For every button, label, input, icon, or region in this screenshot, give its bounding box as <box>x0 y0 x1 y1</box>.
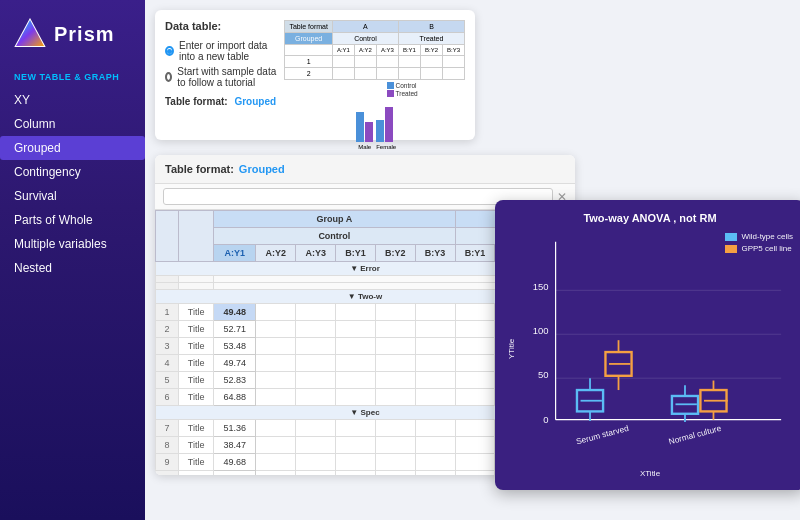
table-cell-by1b[interactable] <box>455 355 495 372</box>
table-cell-ay2[interactable] <box>256 454 296 471</box>
svg-text:150: 150 <box>533 281 549 292</box>
table-cell-by1b[interactable] <box>455 420 495 437</box>
table-cell-ay1[interactable]: 38.47 <box>214 437 256 454</box>
table-cell-ay2[interactable] <box>256 338 296 355</box>
table-cell-ay1[interactable]: 52.83 <box>214 372 256 389</box>
table-cell-ay3[interactable] <box>296 304 336 321</box>
table-cell-ay1[interactable]: 53.10 <box>214 471 256 476</box>
sidebar-item-grouped[interactable]: Grouped <box>0 136 145 160</box>
table-cell-by1b[interactable] <box>455 304 495 321</box>
table-cell-by3[interactable] <box>415 338 455 355</box>
table-cell-by2[interactable] <box>375 338 415 355</box>
table-cell-ay3[interactable] <box>296 338 336 355</box>
table-cell-by3[interactable] <box>415 321 455 338</box>
table-cell-ay3[interactable] <box>296 454 336 471</box>
table-cell-ay3[interactable] <box>296 321 336 338</box>
table-cell-by3[interactable] <box>415 389 455 406</box>
table-cell-by1[interactable] <box>336 471 376 476</box>
table-row-title: Title <box>179 437 214 454</box>
table-cell-ay3[interactable] <box>296 437 336 454</box>
table-cell-by1[interactable] <box>336 437 376 454</box>
table-cell-by1[interactable] <box>336 304 376 321</box>
grouped-label: Grouped <box>234 96 276 107</box>
table-cell-ay2[interactable] <box>256 389 296 406</box>
table-cell-by3[interactable] <box>415 454 455 471</box>
table-cell-by2[interactable] <box>375 355 415 372</box>
table-cell-by2[interactable] <box>375 321 415 338</box>
radio-new-table[interactable]: Enter or import data into a new table <box>165 40 276 62</box>
table-cell-by1b[interactable] <box>455 471 495 476</box>
table-cell-ay1[interactable]: 51.36 <box>214 420 256 437</box>
table-cell-ay2[interactable] <box>256 437 296 454</box>
table-cell-ay2[interactable] <box>256 304 296 321</box>
sidebar-item-parts-of-whole[interactable]: Parts of Whole <box>0 208 145 232</box>
table-cell-by1[interactable] <box>336 389 376 406</box>
radio-dot-2 <box>165 72 172 82</box>
table-cell-ay3[interactable] <box>296 372 336 389</box>
table-input-num <box>156 276 179 283</box>
table-cell-ay1[interactable]: 64.88 <box>214 389 256 406</box>
sidebar-item-xy[interactable]: XY <box>0 88 145 112</box>
table-cell-by2[interactable] <box>375 454 415 471</box>
y-axis-label: YTitle <box>507 232 516 465</box>
table-cell-by3[interactable] <box>415 437 455 454</box>
table-cell-by3[interactable] <box>415 355 455 372</box>
table-cell-ay3[interactable] <box>296 471 336 476</box>
filter-input[interactable] <box>163 188 553 205</box>
sidebar-item-nested[interactable]: Nested <box>0 256 145 280</box>
sidebar-item-column[interactable]: Column <box>0 112 145 136</box>
table-cell-by2[interactable] <box>375 420 415 437</box>
table-cell-by3[interactable] <box>415 372 455 389</box>
table-cell-ay2[interactable] <box>256 321 296 338</box>
table-cell-ay2[interactable] <box>256 355 296 372</box>
table-cell-ay1[interactable]: 49.48 <box>214 304 256 321</box>
table-cell-ay2[interactable] <box>256 420 296 437</box>
table-cell-by3[interactable] <box>415 471 455 476</box>
table-cell-by1[interactable] <box>336 372 376 389</box>
sidebar-item-survival[interactable]: Survival <box>0 184 145 208</box>
table-cell-ay1[interactable]: 52.71 <box>214 321 256 338</box>
table-cell-by3[interactable] <box>415 420 455 437</box>
table-cell-by1b[interactable] <box>455 454 495 471</box>
radio-sample-data[interactable]: Start with sample data to follow a tutor… <box>165 66 276 88</box>
card-data-table-options: Data table: Enter or import data into a … <box>155 10 475 140</box>
table-cell-ay1[interactable]: 53.48 <box>214 338 256 355</box>
chart-legend-anova: Wild-type cells GPP5 cell line <box>725 232 793 256</box>
table-cell-by1b[interactable] <box>455 437 495 454</box>
chart-inner: Wild-type cells GPP5 cell line 0 50 100 <box>520 232 793 465</box>
table-cell-ay2[interactable] <box>256 372 296 389</box>
table-cell-by2[interactable] <box>375 372 415 389</box>
table-row-title: Title <box>179 321 214 338</box>
table-cell-by1[interactable] <box>336 355 376 372</box>
table-cell-ay3[interactable] <box>296 355 336 372</box>
format-label: Table format: <box>165 163 234 175</box>
logo-text: Prism <box>54 23 115 46</box>
sidebar-item-multiple-variables[interactable]: Multiple variables <box>0 232 145 256</box>
table-cell-ay1[interactable]: 49.74 <box>214 355 256 372</box>
table-cell-by2[interactable] <box>375 389 415 406</box>
table-cell-by1[interactable] <box>336 338 376 355</box>
table-cell-ay3[interactable] <box>296 389 336 406</box>
grouped-badge: Grouped <box>239 163 285 175</box>
table-cell-by3[interactable] <box>415 304 455 321</box>
table-cell-by1b[interactable] <box>455 338 495 355</box>
table-cell-ay3[interactable] <box>296 420 336 437</box>
table-cell-by2[interactable] <box>375 437 415 454</box>
legend-item-2: GPP5 cell line <box>725 244 793 253</box>
svg-text:100: 100 <box>533 325 549 336</box>
table-cell-by2[interactable] <box>375 471 415 476</box>
table-cell-by1[interactable] <box>336 321 376 338</box>
table-cell-by1[interactable] <box>336 420 376 437</box>
table-cell-by1b[interactable] <box>455 389 495 406</box>
table-row-num: 7 <box>156 420 179 437</box>
table-row-num: 1 <box>156 304 179 321</box>
table-cell-by1[interactable] <box>336 454 376 471</box>
sidebar-item-contingency[interactable]: Contingency <box>0 160 145 184</box>
table-cell-by2[interactable] <box>375 304 415 321</box>
sidebar: Prism NEW TABLE & GRAPH XY Column Groupe… <box>0 0 145 520</box>
table-cell-ay1[interactable]: 49.68 <box>214 454 256 471</box>
prism-logo-icon <box>14 18 46 50</box>
table-cell-by1b[interactable] <box>455 321 495 338</box>
table-cell-ay2[interactable] <box>256 471 296 476</box>
table-cell-by1b[interactable] <box>455 372 495 389</box>
